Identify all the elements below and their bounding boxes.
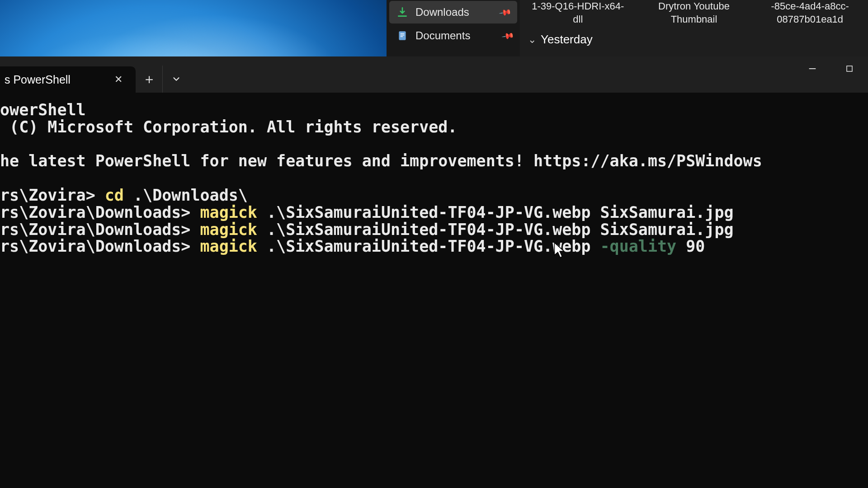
new-tab-button[interactable]: ＋ (136, 66, 163, 93)
svg-rect-2 (401, 35, 405, 36)
cmd-keyword: magick (200, 237, 257, 255)
svg-rect-3 (401, 36, 403, 37)
banner-line: owerShell (0, 102, 868, 119)
maximize-icon (845, 65, 854, 73)
cmd-line: rs\Zovira\Downloads> magick .\SixSamurai… (0, 204, 868, 221)
cmd-line-active: rs\Zovira\Downloads> magick .\SixSamurai… (0, 238, 868, 255)
blank (0, 136, 868, 153)
file-explorer-window: Downloads 📌 Documents 📌 1-39-Q16-HDRI-x6… (387, 0, 868, 56)
powershell-link[interactable]: https://aka.ms/PSWindows (533, 152, 762, 170)
cmd-line: rs\Zovira> cd .\Downloads\ (0, 187, 868, 204)
file-item[interactable]: -85ce-4ad4-a8cc-08787b01ea1d (761, 0, 859, 26)
download-icon (396, 6, 408, 18)
desktop-wallpaper (0, 0, 387, 56)
group-header-yesterday[interactable]: ⌄ Yesterday (528, 33, 593, 47)
file-item[interactable]: Drytron Youtube Thumbnail (645, 0, 743, 26)
cmd-keyword: cd (105, 186, 124, 204)
cmd-line: rs\Zovira\Downloads> magick .\SixSamurai… (0, 221, 868, 239)
tip-line: he latest PowerShell for new features an… (0, 153, 868, 170)
minimize-button[interactable] (794, 56, 831, 81)
file-row: 1-39-Q16-HDRI-x64-dll Drytron Youtube Th… (520, 0, 868, 26)
sidebar-item-documents[interactable]: Documents 📌 (387, 24, 520, 47)
sidebar-item-downloads[interactable]: Downloads 📌 (389, 1, 517, 23)
maximize-button[interactable] (831, 56, 868, 81)
terminal-window: s PowerShell ✕ ＋ owerShell (C) Microsoft… (0, 56, 868, 488)
tab-dropdown-button[interactable] (163, 66, 190, 93)
svg-rect-4 (847, 66, 852, 71)
explorer-content[interactable]: 1-39-Q16-HDRI-x64-dll Drytron Youtube Th… (520, 0, 868, 56)
prediction-text: -quality (600, 237, 677, 255)
blank (0, 170, 868, 187)
minimize-icon (807, 64, 817, 74)
pin-icon[interactable]: 📌 (501, 29, 515, 43)
tab-title: s PowerShell (0, 73, 71, 86)
file-item[interactable]: 1-39-Q16-HDRI-x64-dll (529, 0, 627, 26)
explorer-sidebar: Downloads 📌 Documents 📌 (387, 0, 520, 56)
sidebar-label-documents: Documents (415, 29, 470, 42)
chevron-down-icon (171, 74, 181, 84)
pin-icon[interactable]: 📌 (498, 5, 512, 19)
terminal-tabbar: s PowerShell ✕ ＋ (0, 56, 868, 93)
chevron-down-icon: ⌄ (528, 34, 536, 46)
terminal-body[interactable]: owerShell (C) Microsoft Corporation. All… (0, 93, 868, 255)
banner-line: (C) Microsoft Corporation. All rights re… (0, 119, 868, 136)
document-icon (396, 30, 408, 42)
terminal-tab[interactable]: s PowerShell ✕ (0, 66, 136, 93)
cmd-keyword: magick (200, 203, 257, 221)
close-tab-button[interactable]: ✕ (110, 71, 127, 88)
svg-rect-0 (399, 31, 406, 40)
group-label: Yesterday (541, 33, 593, 47)
cmd-keyword: magick (200, 221, 257, 239)
svg-rect-1 (401, 33, 405, 34)
window-controls (794, 56, 868, 88)
sidebar-label-downloads: Downloads (415, 6, 469, 19)
